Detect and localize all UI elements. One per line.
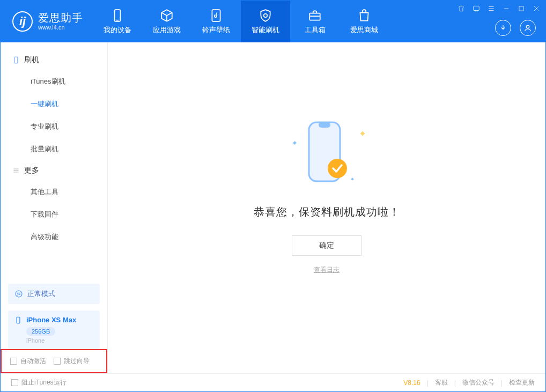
svg-rect-0 [115, 10, 121, 21]
checkbox-skip-guide[interactable]: 跳过向导 [54, 357, 90, 366]
nav-label: 爱思商城 [350, 25, 378, 35]
svg-rect-13 [14, 57, 18, 63]
success-illustration [289, 120, 364, 190]
sidebar-group-flash: 刷机 [1, 50, 107, 70]
separator: | [454, 379, 456, 387]
svg-rect-3 [309, 13, 320, 20]
top-nav: 我的设备 应用游戏 铃声壁纸 智能刷机 工具箱 爱思商城 [93, 1, 389, 42]
svg-rect-4 [474, 6, 479, 10]
phone-icon [110, 9, 124, 23]
nav-label: 智能刷机 [252, 25, 279, 35]
support-link[interactable]: 客服 [435, 378, 448, 387]
view-log-link[interactable]: 查看日志 [314, 265, 340, 275]
music-file-icon [209, 9, 223, 23]
separator: | [427, 379, 429, 387]
device-info-box[interactable]: iPhone XS Max 256GB iPhone [8, 310, 100, 349]
svg-point-24 [328, 159, 347, 178]
checkbox-label: 自动激活 [20, 357, 46, 366]
list-icon [12, 167, 20, 174]
logo-icon: ij [12, 11, 33, 32]
checkbox-icon [54, 358, 61, 365]
checkbox-label: 跳过向导 [64, 357, 90, 366]
sidebar-item-itunes-flash[interactable]: iTunes刷机 [1, 70, 107, 93]
sidebar-item-advanced[interactable]: 高级功能 [1, 226, 107, 248]
device-mode-box[interactable]: 正常模式 [8, 284, 100, 304]
sidebar-bottom-options: 自动激活 跳过向导 [1, 349, 107, 373]
window-controls [458, 5, 540, 14]
nav-label: 工具箱 [305, 25, 326, 35]
mode-icon [14, 290, 23, 298]
mode-label: 正常模式 [27, 289, 55, 299]
nav-smart-flash[interactable]: 智能刷机 [241, 1, 290, 42]
device-storage: 256GB [26, 327, 55, 336]
shopping-bag-icon [357, 9, 371, 23]
download-button[interactable] [495, 20, 511, 36]
checkbox-icon [10, 358, 17, 365]
version-label: V8.16 [403, 379, 420, 387]
minimize-button[interactable] [503, 5, 510, 14]
header-right-actions [495, 20, 536, 36]
shield-refresh-icon [259, 9, 272, 23]
svg-point-18 [17, 293, 18, 294]
status-bar: 阻止iTunes运行 V8.16 | 客服 | 微信公众号 | 检查更新 [1, 373, 545, 391]
ok-button[interactable]: 确定 [292, 235, 361, 256]
feedback-icon[interactable] [473, 5, 480, 14]
app-subtitle: www.i4.cn [38, 24, 83, 31]
svg-point-12 [526, 25, 529, 28]
nav-apps-games[interactable]: 应用游戏 [142, 1, 191, 42]
sidebar-item-other-tools[interactable]: 其他工具 [1, 181, 107, 203]
toolbox-icon [308, 9, 322, 23]
sidebar-item-pro-flash[interactable]: 专业刷机 [1, 115, 107, 138]
cube-icon [160, 9, 174, 23]
sparkle-icon [293, 140, 297, 144]
phone-success-icon [302, 120, 351, 190]
sidebar-group-more: 更多 [1, 160, 107, 181]
app-title: 爱思助手 [38, 12, 83, 24]
sidebar-item-oneclick-flash[interactable]: 一键刷机 [1, 93, 107, 115]
checkbox-label: 阻止iTunes运行 [21, 378, 67, 387]
sidebar: 刷机 iTunes刷机 一键刷机 专业刷机 批量刷机 更多 其他工具 下载固件 … [1, 42, 108, 373]
sidebar-item-download-firmware[interactable]: 下载固件 [1, 203, 107, 226]
sparkle-icon [351, 177, 354, 181]
maximize-button[interactable] [518, 5, 525, 14]
nav-my-device[interactable]: 我的设备 [93, 1, 142, 42]
account-button[interactable] [520, 20, 536, 36]
close-button[interactable] [533, 5, 540, 14]
separator: | [501, 379, 503, 387]
title-bar: ij 爱思助手 www.i4.cn 我的设备 应用游戏 铃声壁纸 智能刷机 工具… [1, 1, 545, 42]
checkbox-icon [11, 379, 18, 386]
nav-label: 铃声壁纸 [202, 25, 230, 35]
device-name: iPhone XS Max [26, 316, 76, 324]
nav-ringtone-wallpaper[interactable]: 铃声壁纸 [191, 1, 241, 42]
device-type: iPhone [26, 337, 93, 344]
nav-store[interactable]: 爱思商城 [340, 1, 389, 42]
nav-toolbox[interactable]: 工具箱 [290, 1, 340, 42]
svg-rect-23 [319, 122, 330, 128]
device-phone-icon [14, 316, 22, 324]
check-update-link[interactable]: 检查更新 [509, 378, 535, 387]
sidebar-item-batch-flash[interactable]: 批量刷机 [1, 138, 107, 160]
checkbox-auto-activate[interactable]: 自动激活 [10, 357, 46, 366]
svg-rect-21 [17, 317, 20, 323]
wechat-link[interactable]: 微信公众号 [462, 378, 495, 387]
main-content: 恭喜您，保资料刷机成功啦！ 确定 查看日志 [108, 42, 545, 373]
phone-small-icon [12, 56, 20, 64]
success-headline: 恭喜您，保资料刷机成功啦！ [254, 205, 400, 219]
svg-rect-9 [519, 6, 523, 11]
nav-label: 应用游戏 [153, 25, 181, 35]
svg-rect-2 [212, 10, 220, 21]
svg-point-19 [19, 294, 20, 295]
menu-icon[interactable] [488, 5, 495, 14]
checkbox-block-itunes[interactable]: 阻止iTunes运行 [11, 378, 67, 387]
sidebar-group-label: 更多 [24, 166, 39, 175]
nav-label: 我的设备 [104, 25, 131, 35]
skin-icon[interactable] [458, 5, 465, 14]
app-logo[interactable]: ij 爱思助手 www.i4.cn [1, 11, 93, 32]
sparkle-icon [360, 131, 365, 135]
sidebar-group-label: 刷机 [24, 55, 39, 65]
